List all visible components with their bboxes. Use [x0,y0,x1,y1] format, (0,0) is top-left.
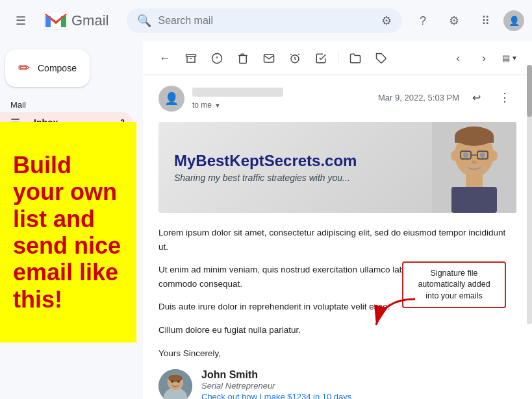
sender-to[interactable]: to me ▼ [192,101,283,110]
search-input[interactable] [158,15,375,27]
banner-face-image [432,122,516,213]
svg-rect-24 [466,175,483,188]
email-area: ← [143,42,532,399]
view-icon: ▤ [502,53,510,63]
banner-title: MyBestKeptSecrets.com [174,152,416,171]
sig-title: Serial Netrepreneur [201,381,351,391]
svg-point-16 [490,151,498,161]
to-label: to me [192,101,212,110]
email-content: 👤 to me ▼ Mar 9, 2022, 5:03 PM ↩ ⋮ [143,75,532,399]
chevron-down-icon: ▼ [511,54,518,62]
account-avatar[interactable]: 👤 [503,10,524,31]
delete-button[interactable] [231,47,255,70]
gmail-logo-svg [44,12,68,30]
search-bar[interactable]: 🔍 ⚙ [127,8,402,33]
menu-button[interactable]: ☰ [8,8,34,34]
help-button[interactable]: ? [410,8,436,34]
signature-avatar [158,369,192,399]
more-options-button[interactable]: ⋮ [493,86,516,109]
reply-button[interactable]: ↩ [464,86,488,109]
email-banner: MyBestKeptSecrets.com Sharing my best tr… [158,122,516,213]
back-button[interactable]: ← [153,47,177,70]
face-svg [432,122,516,213]
email-header-left: 👤 to me ▼ [158,86,283,112]
chevron-down-icon[interactable]: ▼ [214,102,221,109]
svg-point-32 [177,380,180,383]
archive-button[interactable] [179,47,203,70]
svg-point-20 [463,152,468,158]
svg-point-23 [462,163,486,174]
compose-label: Compose [38,63,77,73]
gmail-logo: Gmail [44,12,108,30]
add-task-button[interactable] [309,47,333,70]
scrollbar-thumb[interactable] [527,65,532,117]
label-button[interactable] [370,47,393,70]
search-icon: 🔍 [137,14,151,28]
promotional-overlay: Build your own list and send nice email … [0,122,136,343]
callout-arrow-container [370,293,422,334]
email-para-4: Cillum dolore eu fugiat nulla pariatur. [158,323,516,337]
email-date: Mar 9, 2022, 5:03 PM [378,93,459,103]
next-email-button[interactable]: › [472,47,496,70]
svg-rect-14 [455,136,494,143]
sig-link[interactable]: Check out how I make $1234 in 10 days [201,392,351,399]
scrollbar-track[interactable] [527,65,532,324]
svg-rect-5 [186,54,196,56]
callout-text: Signature file automatically added into … [418,269,490,300]
overlay-text: Build your own list and send nice email … [13,152,123,313]
sender-avatar: 👤 [158,86,184,112]
toolbar-right: ‹ › ▤ ▼ [446,47,522,70]
sig-name: John Smith [201,369,351,381]
callout-arrow-svg [370,293,422,332]
search-filter-icon[interactable]: ⚙ [381,14,392,28]
signature-info: John Smith Serial Netrepreneur Check out… [201,369,351,399]
svg-point-21 [480,152,485,158]
email-toolbar: ← [143,42,532,75]
svg-point-30 [168,374,183,382]
email-closing: Yours Sincerely, [158,346,516,361]
sig-avatar-svg [158,369,192,399]
sender-name-placeholder [192,88,283,97]
svg-rect-25 [451,187,497,213]
compose-button[interactable]: ✏ Compose [5,49,90,87]
prev-email-button[interactable]: ‹ [446,47,470,70]
banner-subtitle: Sharing my best traffic strategies with … [174,173,416,183]
email-header: 👤 to me ▼ Mar 9, 2022, 5:03 PM ↩ ⋮ [158,86,516,112]
top-bar: ☰ Gmail 🔍 ⚙ ? ⚙ ⠿ 👤 [0,0,532,42]
banner-text-area: MyBestKeptSecrets.com Sharing my best tr… [158,139,432,197]
mail-section-title: Mail [0,97,143,112]
svg-point-15 [451,151,459,161]
settings-button[interactable]: ⚙ [441,8,467,34]
view-toggle-button[interactable]: ▤ ▼ [498,47,522,70]
top-right-icons: ? ⚙ ⠿ 👤 [410,8,524,34]
mark-unread-button[interactable] [257,47,281,70]
report-button[interactable] [205,47,229,70]
snooze-button[interactable] [283,47,307,70]
email-header-right: Mar 9, 2022, 5:03 PM ↩ ⋮ [378,86,516,109]
apps-button[interactable]: ⠿ [472,8,498,34]
sender-info: to me ▼ [192,88,283,110]
move-button[interactable] [344,47,367,70]
compose-icon: ✏ [18,60,30,77]
svg-point-31 [171,380,173,383]
email-para-1: Lorem ipsum dolor sit amet, consectetur … [158,226,516,254]
toolbar-divider-1 [338,52,338,65]
signature-area: John Smith Serial Netrepreneur Check out… [158,369,516,399]
